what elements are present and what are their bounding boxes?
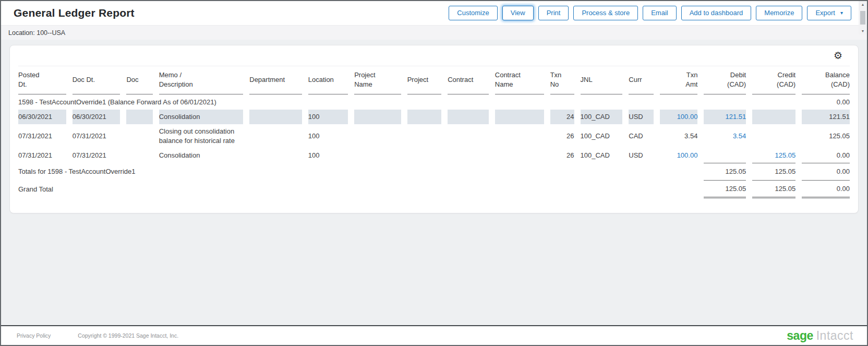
totals-debit: 125.05 bbox=[704, 163, 746, 180]
txn-no-cell: 26 bbox=[550, 124, 574, 148]
page-footer: Privacy Policy Copyright © 1999-2021 Sag… bbox=[1, 325, 867, 345]
report-card: ⚙ Posted Dt. Doc Dt. Doc Memo / D bbox=[9, 45, 859, 213]
contract-name-cell bbox=[495, 110, 544, 124]
location-cell: 100 bbox=[308, 124, 348, 148]
txn-no-cell: 24 bbox=[550, 110, 574, 124]
email-button[interactable]: Email bbox=[643, 6, 677, 20]
credit-link[interactable]: 125.05 bbox=[752, 148, 795, 163]
memo-cell: Closing out consolidation balance for hi… bbox=[159, 124, 244, 148]
col-header-doc: Doc bbox=[126, 66, 152, 94]
grand-total-balance: 0.00 bbox=[802, 180, 850, 198]
col-header-curr: Curr bbox=[629, 66, 654, 94]
credit-cell bbox=[752, 124, 795, 148]
col-header-posted-dt: Posted Dt. bbox=[18, 66, 66, 94]
project-cell bbox=[407, 124, 442, 148]
col-header-location: Location bbox=[308, 66, 348, 94]
privacy-policy-link[interactable]: Privacy Policy bbox=[17, 332, 51, 339]
col-header-department: Department bbox=[249, 66, 302, 94]
location-cell: 100 bbox=[308, 110, 348, 124]
view-button[interactable]: View bbox=[502, 6, 534, 20]
contract-name-cell bbox=[495, 124, 544, 148]
department-cell bbox=[249, 110, 302, 124]
memo-cell: Consolidation bbox=[159, 110, 244, 124]
posted-dt-cell: 07/31/2021 bbox=[18, 124, 66, 148]
vertical-scrollbar[interactable]: ▲ ▼ bbox=[859, 1, 867, 34]
jnl-cell: 100_CAD bbox=[581, 124, 623, 148]
col-header-memo: Memo / Description bbox=[159, 66, 244, 94]
col-header-balance: Balance (CAD) bbox=[802, 66, 850, 94]
department-cell bbox=[249, 148, 302, 163]
curr-cell: USD bbox=[629, 110, 654, 124]
print-button[interactable]: Print bbox=[538, 6, 569, 20]
totals-balance: 0.00 bbox=[802, 163, 850, 180]
card-toolbar: ⚙ bbox=[18, 45, 850, 66]
sage-logo-text: sage bbox=[787, 329, 813, 342]
txn-no-cell: 26 bbox=[550, 148, 574, 163]
doc-cell bbox=[126, 110, 152, 124]
doc-dt-cell: 07/31/2021 bbox=[73, 148, 120, 163]
project-cell bbox=[407, 110, 442, 124]
txn-amt-cell: 3.54 bbox=[660, 124, 697, 148]
col-header-project: Project bbox=[407, 66, 442, 94]
project-name-cell bbox=[354, 124, 401, 148]
table-row: 07/31/2021 07/31/2021 Consolidation 100 … bbox=[18, 148, 850, 163]
doc-dt-cell: 06/30/2021 bbox=[73, 110, 120, 124]
general-ledger-table: Posted Dt. Doc Dt. Doc Memo / Descriptio… bbox=[12, 66, 856, 198]
txn-amt-link[interactable]: 100.00 bbox=[660, 110, 697, 124]
memo-cell: Consolidation bbox=[159, 148, 244, 163]
credit-cell bbox=[752, 110, 795, 124]
account-header-row: 1598 - TestAccountOverride1 (Balance For… bbox=[18, 94, 850, 109]
location-filter-label: Location: 100--USA bbox=[8, 29, 65, 37]
curr-cell: CAD bbox=[629, 124, 654, 148]
customize-button[interactable]: Customize bbox=[449, 6, 497, 20]
debit-cell bbox=[704, 148, 746, 163]
debit-link[interactable]: 3.54 bbox=[704, 124, 746, 148]
page-title: General Ledger Report bbox=[14, 7, 135, 19]
gear-icon[interactable]: ⚙ bbox=[834, 51, 842, 61]
balance-cell: 0.00 bbox=[802, 148, 850, 163]
copyright-text: Copyright © 1999-2021 Sage Intacct, Inc. bbox=[78, 332, 178, 339]
memorize-button[interactable]: Memorize bbox=[756, 6, 802, 20]
project-name-cell bbox=[354, 110, 401, 124]
title-bar: General Ledger Report Customize View Pri… bbox=[1, 1, 867, 25]
col-header-contract-name: Contract Name bbox=[495, 66, 544, 94]
txn-amt-link[interactable]: 100.00 bbox=[660, 148, 697, 163]
account-header-label: 1598 - TestAccountOverride1 (Balance For… bbox=[18, 94, 795, 109]
report-content: ⚙ Posted Dt. Doc Dt. Doc Memo / D bbox=[1, 40, 867, 325]
balance-cell: 125.05 bbox=[802, 124, 850, 148]
col-header-credit: Credit (CAD) bbox=[752, 66, 795, 94]
doc-dt-cell: 07/31/2021 bbox=[73, 124, 120, 148]
table-row: 07/31/2021 07/31/2021 Closing out consol… bbox=[18, 124, 850, 148]
debit-link[interactable]: 121.51 bbox=[704, 110, 746, 124]
col-header-project-name: Project Name bbox=[354, 66, 401, 94]
col-header-txn-no: Txn No bbox=[550, 66, 574, 94]
totals-credit: 125.05 bbox=[752, 163, 795, 180]
sage-intacct-logo: sageIntacct bbox=[787, 330, 853, 342]
export-button[interactable]: Export▾ bbox=[807, 6, 851, 20]
totals-label: Totals for 1598 - TestAccountOverride1 bbox=[18, 163, 697, 180]
contract-cell bbox=[448, 148, 489, 163]
scroll-down-icon[interactable]: ▼ bbox=[861, 29, 865, 33]
jnl-cell: 100_CAD bbox=[581, 148, 623, 163]
doc-cell bbox=[126, 124, 152, 148]
balance-cell: 0.00 bbox=[802, 94, 850, 109]
project-name-cell bbox=[354, 148, 401, 163]
col-header-jnl: JNL bbox=[581, 66, 623, 94]
col-header-txn-amt: Txn Amt bbox=[660, 66, 697, 94]
totals-row: Totals for 1598 - TestAccountOverride1 1… bbox=[18, 163, 850, 180]
col-header-doc-dt: Doc Dt. bbox=[73, 66, 120, 94]
add-to-dashboard-button[interactable]: Add to dashboard bbox=[681, 6, 752, 20]
scroll-up-icon[interactable]: ▲ bbox=[861, 3, 865, 6]
project-cell bbox=[407, 148, 442, 163]
app-window: General Ledger Report Customize View Pri… bbox=[0, 0, 868, 346]
filter-bar: Location: 100--USA bbox=[1, 25, 867, 40]
balance-cell: 121.51 bbox=[802, 110, 850, 124]
scrollbar-thumb[interactable] bbox=[860, 11, 865, 25]
table-row: 06/30/2021 06/30/2021 Consolidation 100 … bbox=[18, 110, 850, 124]
report-toolbar: Customize View Print Process & store Ema… bbox=[449, 6, 851, 20]
grand-total-credit: 125.05 bbox=[752, 180, 795, 198]
location-cell: 100 bbox=[308, 148, 348, 163]
process-store-button[interactable]: Process & store bbox=[573, 6, 638, 20]
posted-dt-cell: 06/30/2021 bbox=[18, 110, 66, 124]
jnl-cell: 100_CAD bbox=[581, 110, 623, 124]
